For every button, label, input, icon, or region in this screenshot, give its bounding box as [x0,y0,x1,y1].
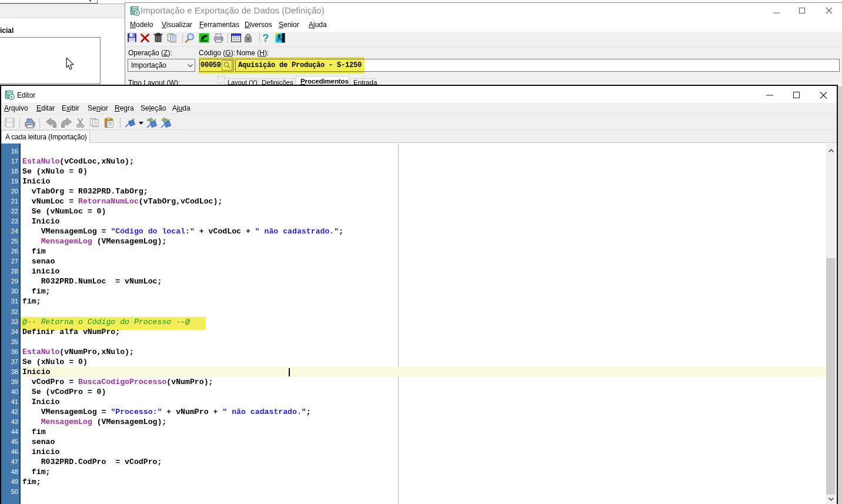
svg-text:?: ? [262,32,269,44]
